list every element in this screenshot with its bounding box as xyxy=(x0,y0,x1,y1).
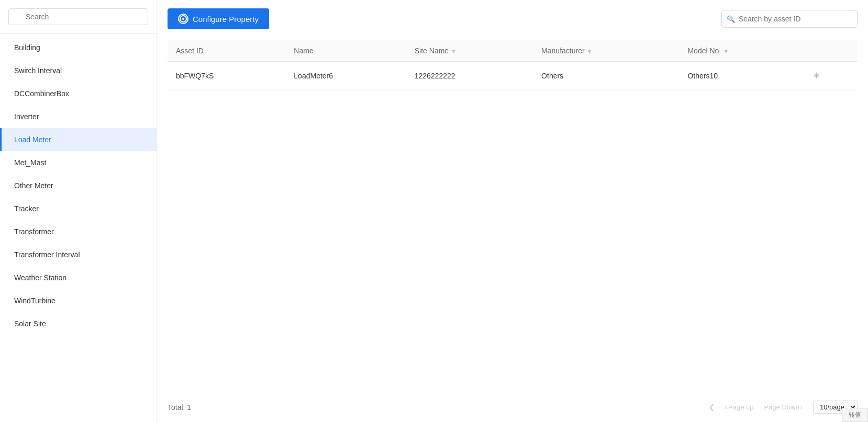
sidebar-divider xyxy=(0,33,157,34)
configure-property-button[interactable]: Configure Property xyxy=(168,8,269,29)
configure-icon xyxy=(178,14,188,24)
sidebar-item-tracker[interactable]: Tracker xyxy=(0,197,157,220)
sidebar-search-container: 🔍 xyxy=(8,8,148,25)
main-header: Configure Property 🔍 xyxy=(168,8,858,29)
sidebar-search-wrap: 🔍 xyxy=(0,8,157,33)
cell-asset_id: bbFWQ7kS xyxy=(168,62,285,90)
col-header-actions xyxy=(804,40,858,62)
asset-search-icon: 🔍 xyxy=(727,15,735,23)
asset-table: Asset IDNameSite Name▼Manufacturer▼Model… xyxy=(168,40,858,90)
cell-model_no: Others10 xyxy=(679,62,804,90)
col-header-manufacturer: Manufacturer▼ xyxy=(533,40,679,62)
cell-star: ✶ xyxy=(804,62,858,90)
col-header-site-name: Site Name▼ xyxy=(406,40,533,62)
sidebar-item-dc-combiner-box[interactable]: DCCombinerBox xyxy=(0,82,157,105)
sidebar-item-met-mast[interactable]: Met_Mast xyxy=(0,151,157,174)
sidebar-item-transformer[interactable]: Transformer xyxy=(0,220,157,243)
configure-button-label: Configure Property xyxy=(193,15,259,24)
col-header-name: Name xyxy=(285,40,406,62)
sidebar-list: BuildingSwitch IntervalDCCombinerBoxInve… xyxy=(0,36,157,422)
star-icon[interactable]: ✶ xyxy=(813,71,820,81)
svg-point-1 xyxy=(182,18,184,20)
pagination: Total: 1 ❮ ‹ Page up Page Down › 10/page… xyxy=(168,394,858,414)
filter-icon-manufacturer[interactable]: ▼ xyxy=(587,48,593,54)
table-row: bbFWQ7kSLoadMeter61226222222OthersOthers… xyxy=(168,62,858,90)
filter-icon-model-no[interactable]: ▼ xyxy=(723,48,729,54)
sidebar-item-weather-station[interactable]: Weather Station xyxy=(0,266,157,289)
page-up-label: Page up xyxy=(728,403,753,411)
total-count: Total: 1 xyxy=(168,403,191,412)
sidebar-item-solar-site[interactable]: Solar Site xyxy=(0,312,157,335)
page-up-button[interactable]: ‹ Page up xyxy=(721,401,758,413)
cell-manufacturer: Others xyxy=(533,62,679,90)
table-container: Asset IDNameSite Name▼Manufacturer▼Model… xyxy=(168,40,858,394)
sidebar-item-load-meter[interactable]: Load Meter xyxy=(0,128,157,151)
sidebar-item-building[interactable]: Building xyxy=(0,36,157,59)
table-header-row: Asset IDNameSite Name▼Manufacturer▼Model… xyxy=(168,40,858,62)
sidebar-search-input[interactable] xyxy=(8,8,148,25)
first-page-button[interactable]: ❮ xyxy=(705,401,719,413)
table-header: Asset IDNameSite Name▼Manufacturer▼Model… xyxy=(168,40,858,62)
col-header-model-no: Model No.▼ xyxy=(679,40,804,62)
page-down-button[interactable]: Page Down › xyxy=(760,401,807,413)
cell-name: LoadMeter6 xyxy=(285,62,406,90)
sidebar-item-inverter[interactable]: Inverter xyxy=(0,105,157,128)
bottom-bar-label: 转值 xyxy=(849,411,861,418)
col-header-asset-id: Asset ID xyxy=(168,40,285,62)
sidebar-item-transformer-interval[interactable]: Transformer Interval xyxy=(0,243,157,266)
filter-icon-site-name[interactable]: ▼ xyxy=(451,48,457,54)
bottom-bar: 转值 xyxy=(842,408,868,422)
table-body: bbFWQ7kSLoadMeter61226222222OthersOthers… xyxy=(168,62,858,90)
sidebar-item-wind-turbine[interactable]: WindTurbine xyxy=(0,289,157,312)
sidebar-item-switch-interval[interactable]: Switch Interval xyxy=(0,59,157,82)
sidebar-item-other-meter[interactable]: Other Meter xyxy=(0,174,157,197)
asset-search-input[interactable] xyxy=(721,10,858,28)
page-down-label: Page Down xyxy=(764,403,799,411)
asset-search-wrap: 🔍 xyxy=(721,10,858,28)
main-content: Configure Property 🔍 Asset IDNameSite Na… xyxy=(157,0,868,422)
sidebar: 🔍 BuildingSwitch IntervalDCCombinerBoxIn… xyxy=(0,0,157,422)
page-controls: ❮ ‹ Page up Page Down › 10/page20/page50… xyxy=(705,401,858,414)
cell-site_name: 1226222222 xyxy=(406,62,533,90)
